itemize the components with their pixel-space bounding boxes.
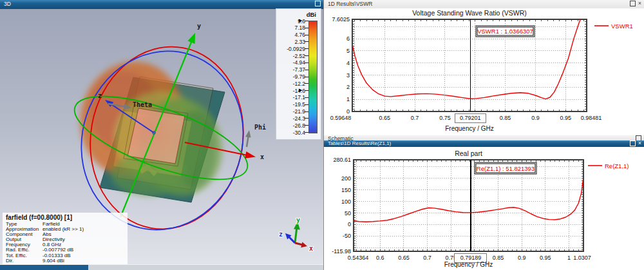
y-tick-label: 0	[348, 221, 351, 227]
y-tick-label: 3	[346, 72, 350, 79]
colorbar-tick	[305, 132, 308, 133]
rez-titlebar[interactable]: Tables\1D Results\Re(Z1,1) ×	[324, 140, 644, 147]
colorbar-tick-label: -30.4	[293, 130, 305, 136]
annotation-text: Re(Z1,1) : 51.821393	[477, 165, 535, 172]
colorbar-tick-label: 7.18	[294, 24, 305, 31]
vswr-panel: 1D Results\VSWR × Voltage Standing Wave …	[323, 0, 644, 135]
z-axis-label: z	[98, 92, 102, 99]
mini-z-label: z	[279, 231, 283, 238]
y-tick-label: 200	[341, 175, 351, 182]
3d-panel: 3D	[0, 0, 323, 270]
colorbar-tick-label: -2.52	[293, 53, 305, 59]
colorbar-tick-label: -7.37	[293, 66, 305, 73]
y-tick-label: 2	[346, 84, 350, 90]
colorbar-tick	[305, 118, 308, 119]
x-tick-label: 0.9	[531, 115, 540, 121]
farfield-info-box: farfield (f=00.8000) [1] TypeFarfieldApp…	[3, 213, 128, 264]
y-tick-label: 100	[341, 198, 351, 205]
x-axis-title: Frequency / GHz	[444, 261, 493, 268]
colorbar-tick-label: -21.9	[293, 108, 305, 115]
x-tick-label: 0.54364	[348, 255, 369, 261]
farfield-row-label: Dir.	[6, 258, 43, 264]
marker-value-label: 0.79201	[460, 115, 481, 121]
x-tick-label: 0.7	[411, 115, 419, 121]
x-tick-label: 0.98481	[581, 115, 602, 121]
colorbar-tick	[305, 104, 308, 105]
colorbar-tick	[305, 70, 308, 70]
colorbar-tick	[305, 35, 308, 35]
mini-x-label: x	[309, 245, 313, 252]
x-tick-label: 0.75	[439, 115, 451, 121]
x-tick-label: 0.59648	[330, 115, 352, 121]
colorbar-tick	[305, 97, 308, 98]
rez-panel: Schematic Tables\1D Results\Re(Z1,1) × R…	[323, 135, 644, 270]
colorbar-tick	[305, 41, 308, 42]
y-tick-label: 50	[345, 210, 351, 217]
colorbar-tick-label: -0.0929	[287, 46, 305, 52]
colorbar-tick-label: -17.1	[293, 94, 305, 101]
x-axis-label: x	[260, 153, 264, 160]
farfield-row: Tot. Effic.-0.01333 dB	[6, 253, 128, 258]
rez-tab-title: Tables\1D Results\Re(Z1,1)	[328, 140, 391, 146]
vswr-close-icon[interactable]: ×	[638, 1, 641, 6]
y-tick-label: 0	[346, 108, 350, 115]
y-tick-label: 5	[346, 48, 350, 54]
farfield-title: farfield (f=00.8000) [1]	[6, 214, 128, 221]
colorbar-tick	[305, 111, 308, 112]
vswr-maximize-icon[interactable]	[630, 1, 636, 6]
y-tick-label: -50	[343, 233, 351, 239]
colorbar-tick-label: 2.33	[294, 39, 305, 45]
colorbar-marker-icon: ▶	[299, 88, 302, 93]
theta-label: Theta	[133, 101, 152, 108]
y-tick-label: -115.98	[332, 248, 351, 255]
y-tick-label: 280.61	[333, 157, 351, 163]
rez-maximize-icon[interactable]	[630, 140, 636, 146]
bottom-strip	[0, 264, 323, 270]
farfield-rows: TypeFarfieldApproximationenabled (kR >> …	[6, 222, 128, 264]
x-tick-label: 1.0307	[573, 255, 591, 261]
colorbar-gradient	[308, 21, 317, 133]
x-tick-label: 0.85	[493, 255, 504, 261]
colorbar-tick	[305, 77, 308, 77]
colorbar-tick-label: -19.5	[293, 101, 305, 108]
plot-area	[352, 19, 587, 111]
vswr-tab-title: 1D Results\VSWR	[328, 1, 372, 7]
colorbar-tick	[305, 48, 308, 49]
x-tick-label: 0.6	[376, 255, 384, 261]
chart-title: Voltage Standing Wave Ratio (VSWR)	[412, 9, 527, 17]
colorbar-tick-label: 4.76	[294, 32, 305, 38]
rez-chart-canvas[interactable]: Real part-115.98-50050100150200280.610.5…	[324, 147, 644, 270]
colorbar-tick-label: -9.79	[293, 73, 305, 80]
3d-title: 3D	[4, 1, 11, 7]
vswr-titlebar[interactable]: 1D Results\VSWR ×	[324, 0, 644, 9]
dbi-colorbar: dBi 9.6▶7.184.762.33-0.0929-2.52-4.94-7.…	[276, 8, 321, 140]
x-tick-label: 0.65	[379, 115, 390, 121]
y-axis-label: y	[197, 23, 201, 30]
chart-svg: Real part-115.98-50050100150200280.610.5…	[324, 147, 644, 270]
colorbar-tick-label: -24.3	[293, 115, 305, 122]
plot-area	[354, 160, 583, 251]
y-tick-label: 7.6025	[332, 16, 350, 23]
colorbar-tick	[305, 83, 308, 84]
farfield-row-value: enabled (kR >> 1)	[43, 227, 128, 232]
colorbar-tick-label: -26.8	[293, 122, 305, 129]
legend-label: VSWR1	[611, 23, 633, 30]
3d-titlebar[interactable]: 3D	[0, 0, 323, 9]
x-tick-label: 0.95	[560, 115, 572, 121]
marker-value-label: 0.79189	[460, 255, 482, 261]
farfield-row-value: 9.604 dBi	[43, 258, 128, 264]
colorbar-tick-label: -12.2	[293, 81, 305, 87]
farfield-row: ComponentAbs	[6, 232, 128, 237]
3d-maximize-icon[interactable]	[315, 1, 321, 6]
chart-title: Real part	[455, 149, 482, 157]
rez-close-icon[interactable]: ×	[638, 140, 641, 146]
mini-axes-widget: y z x	[279, 217, 313, 252]
y-tick-label: 1	[346, 96, 350, 102]
colorbar-tick	[305, 63, 308, 63]
colorbar-tick	[305, 125, 308, 126]
farfield-row: Dir.9.604 dBi	[6, 258, 128, 264]
vswr-chart-canvas[interactable]: Voltage Standing Wave Ratio (VSWR)012345…	[324, 8, 644, 135]
phi-label: Phi	[254, 124, 266, 131]
x-tick-label: 0.65	[398, 255, 410, 261]
x-tick-label: 0.95	[540, 255, 551, 261]
